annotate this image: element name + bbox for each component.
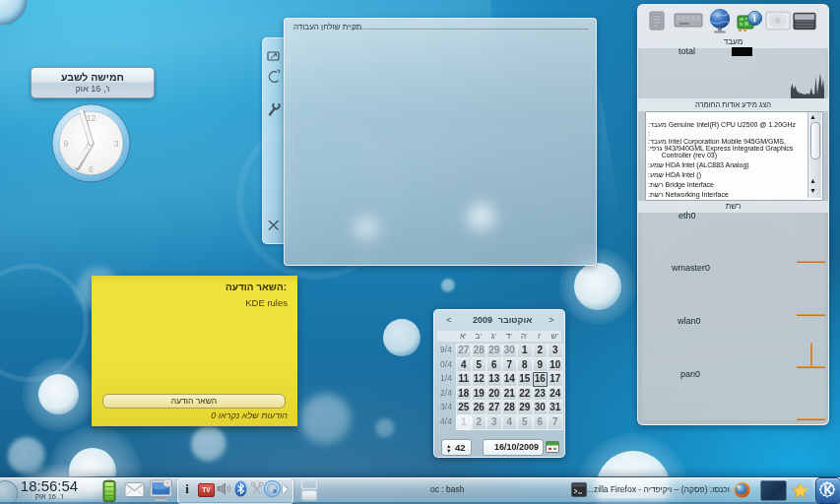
svg-text:i: i	[753, 13, 756, 24]
svg-text:6: 6	[89, 164, 94, 174]
svg-text:9: 9	[63, 139, 68, 149]
svg-text:12: 12	[86, 113, 96, 123]
svg-text:3: 3	[113, 139, 118, 149]
